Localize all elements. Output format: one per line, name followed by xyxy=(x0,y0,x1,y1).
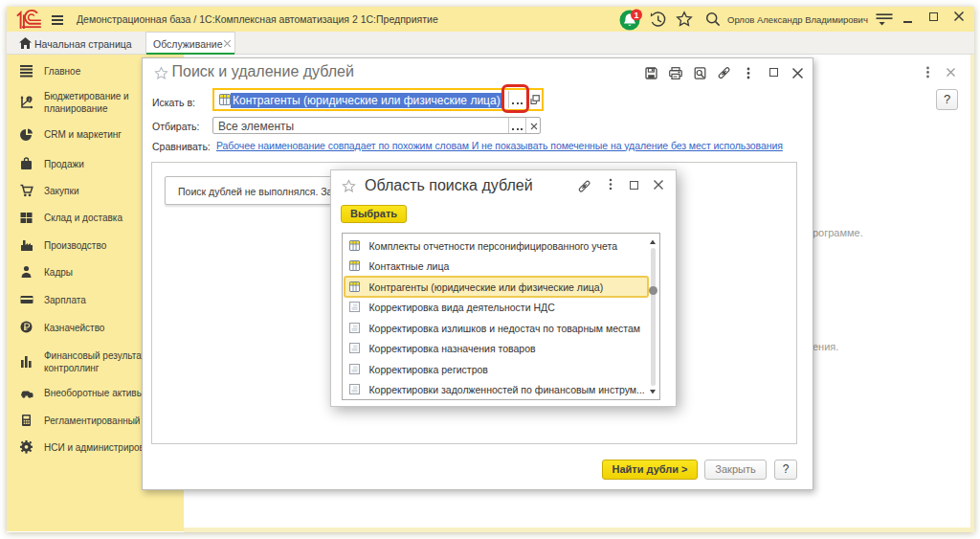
svg-text:i: i xyxy=(29,97,30,102)
svg-text:1: 1 xyxy=(634,11,638,20)
